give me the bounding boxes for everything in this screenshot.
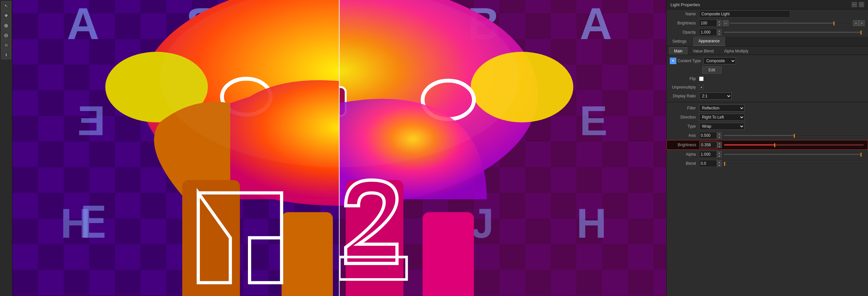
brightness-label: Brightness xyxy=(670,21,699,25)
svg-rect-27 xyxy=(281,212,333,296)
content-type-label: Content Type xyxy=(678,59,703,63)
direction-row: Direction Right To Left Left To Right To… xyxy=(666,113,868,122)
brightness-slider-container[interactable]: ─ + + xyxy=(723,20,865,26)
brightness-slider-minus[interactable]: ─ xyxy=(723,20,729,26)
brightness-filter-row: Brightness ▲ ▼ xyxy=(666,140,868,150)
edit-button[interactable]: Edit xyxy=(702,66,721,73)
brightness-spinner[interactable]: ▲ ▼ xyxy=(717,20,721,26)
axis-slider-container[interactable] xyxy=(723,135,865,136)
svg-text:E: E xyxy=(78,97,105,144)
blend-row: Blend ▲ ▼ xyxy=(666,159,868,168)
brightness-filter-input[interactable] xyxy=(700,141,717,148)
separator-1 xyxy=(666,102,868,102)
svg-text:E: E xyxy=(580,97,607,144)
sub-tab-main[interactable]: Main xyxy=(669,47,687,55)
move-tool-btn[interactable]: ✥ xyxy=(1,11,11,20)
axis-down[interactable]: ▼ xyxy=(717,136,721,139)
brightness-down[interactable]: ▼ xyxy=(717,23,721,26)
brightness-filter-spinner[interactable]: ▲ ▼ xyxy=(717,142,722,148)
filter-label: Filter xyxy=(670,106,699,110)
sub-tab-alpha-multiply[interactable]: Alpha Multiply xyxy=(719,47,753,55)
name-row: Name xyxy=(666,9,868,19)
opacity-spinner[interactable]: ▲ ▼ xyxy=(717,29,721,35)
svg-rect-33 xyxy=(423,212,474,296)
canvas-area: A B E Ǝ K L H B A E H J K L xyxy=(12,0,666,296)
opacity-slider-container[interactable] xyxy=(723,32,865,33)
opacity-label: Opacity xyxy=(670,30,699,34)
cursor-tool-btn[interactable]: ↖ xyxy=(1,1,11,10)
flip-label: Flip xyxy=(670,77,699,81)
opacity-down[interactable]: ▼ xyxy=(717,32,721,35)
svg-text:J: J xyxy=(471,200,494,246)
alpha-down[interactable]: ▼ xyxy=(717,154,721,157)
opacity-up[interactable]: ▲ xyxy=(717,29,721,32)
sub-tabs-bar: Main Value Blend Alpha Multiply xyxy=(666,46,868,55)
brightness-slider-track[interactable] xyxy=(730,23,852,24)
tab-appearance[interactable]: Appearance xyxy=(692,37,726,46)
display-ratio-label: Display Ratio xyxy=(670,94,699,98)
brightness-filter-slider-track[interactable] xyxy=(724,144,863,146)
brightness-filter-down[interactable]: ▼ xyxy=(717,145,722,148)
brightness-filter-up[interactable]: ▲ xyxy=(717,142,722,145)
tabs-bar: Settings Appearance xyxy=(666,37,868,46)
flip-checkbox[interactable] xyxy=(699,77,704,81)
brightness-slider-plusplus[interactable]: + xyxy=(859,20,865,26)
svg-text:L: L xyxy=(471,290,496,296)
panel-controls: ─ □ xyxy=(852,2,864,7)
brightness-up[interactable]: ▲ xyxy=(717,20,721,23)
direction-label: Direction xyxy=(670,115,699,119)
tab-settings[interactable]: Settings xyxy=(666,37,692,46)
blend-slider-container[interactable] xyxy=(723,163,865,164)
zoom-out-btn[interactable]: ⊖ xyxy=(1,31,11,40)
filter-row: Filter Reflection None Blur xyxy=(666,103,868,113)
unpremultiply-checkbox[interactable]: ✕ xyxy=(699,85,704,90)
axis-input[interactable] xyxy=(699,132,717,139)
content-type-row: ▼ Content Type Composite Single Layer xyxy=(666,56,868,65)
right-panel: Light Properties ─ □ Name Brightness ▲ ▼… xyxy=(666,0,868,296)
content-type-icon: ▼ xyxy=(670,58,676,64)
brightness-slider-plus[interactable]: + xyxy=(853,20,859,26)
axis-row: Axis ▲ ▼ xyxy=(666,131,868,140)
alpha-up[interactable]: ▲ xyxy=(717,151,721,154)
blend-label: Blend xyxy=(670,161,699,166)
edit-row: Edit xyxy=(666,65,868,75)
filter-select[interactable]: Reflection None Blur xyxy=(699,105,745,112)
alpha-slider-container[interactable] xyxy=(723,154,865,155)
display-ratio-select[interactable]: 2:1 1:1 4:3 16:9 xyxy=(699,92,732,100)
content-type-select[interactable]: Composite Single Layer xyxy=(703,57,736,64)
type-select[interactable]: Wrap Clamp Mirror xyxy=(699,123,745,130)
svg-text:A: A xyxy=(580,0,612,49)
axis-up[interactable]: ▲ xyxy=(717,132,721,136)
name-label: Name xyxy=(670,12,699,16)
direction-select[interactable]: Right To Left Left To Right Top To Botto… xyxy=(699,114,745,121)
type-row: Type Wrap Clamp Mirror xyxy=(666,122,868,131)
brightness-filter-slider-container[interactable] xyxy=(723,144,864,146)
blend-up[interactable]: ▲ xyxy=(717,160,721,164)
alpha-spinner[interactable]: ▲ ▼ xyxy=(717,151,721,157)
fit-btn[interactable]: ⊡ xyxy=(1,40,11,50)
info-btn[interactable]: ℹ xyxy=(1,50,11,59)
brightness-input[interactable] xyxy=(699,20,717,27)
opacity-slider-track[interactable] xyxy=(724,32,864,33)
brightness-row: Brightness ▲ ▼ ─ + + xyxy=(666,19,868,28)
maximize-btn[interactable]: □ xyxy=(859,2,864,7)
alpha-input[interactable] xyxy=(699,151,717,158)
blend-down[interactable]: ▼ xyxy=(717,164,721,167)
blend-slider-track[interactable] xyxy=(724,163,864,164)
sub-tab-value-blend[interactable]: Value Blend xyxy=(688,47,719,55)
minimize-btn[interactable]: ─ xyxy=(852,2,857,7)
svg-text:H: H xyxy=(577,200,606,246)
blend-input[interactable] xyxy=(699,160,717,167)
display-ratio-row: Display Ratio 2:1 1:1 4:3 16:9 xyxy=(666,91,868,100)
blend-spinner[interactable]: ▲ ▼ xyxy=(717,160,721,167)
opacity-input[interactable] xyxy=(699,29,717,36)
panel-titlebar: Light Properties ─ □ xyxy=(666,0,868,9)
unpremultiply-label: Unpremultiply xyxy=(670,85,699,90)
axis-slider-track[interactable] xyxy=(724,135,864,136)
axis-spinner[interactable]: ▲ ▼ xyxy=(717,132,721,139)
name-input[interactable] xyxy=(699,10,790,18)
svg-text:K: K xyxy=(580,290,610,296)
type-label: Type xyxy=(670,124,699,129)
alpha-slider-track[interactable] xyxy=(724,154,864,155)
zoom-in-btn[interactable]: ⊕ xyxy=(1,21,11,30)
